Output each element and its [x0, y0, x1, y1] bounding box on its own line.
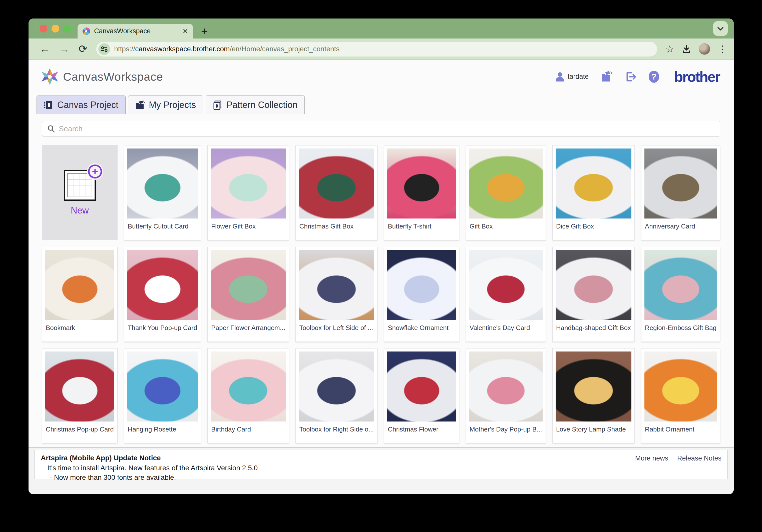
project-title: Rabbit Ornament	[642, 422, 720, 437]
brother-logo: brother	[674, 68, 720, 85]
profile-avatar[interactable]	[699, 43, 710, 55]
url-path: /en/Home/canvas_project_contents	[230, 45, 340, 53]
canvasworkspace-logo-icon	[41, 69, 58, 85]
grid-wrap: + New Butterfly Cutout CardFlower Gift B…	[29, 137, 734, 443]
reload-button[interactable]: ⟳	[74, 44, 92, 54]
project-card[interactable]: Dice Gift Box	[552, 145, 635, 240]
project-thumbnail	[469, 149, 543, 219]
project-title: Thank You Pop-up Card	[124, 320, 201, 336]
new-sheet: +	[64, 170, 96, 201]
notice-line2: · Now more than 300 fonts are available.	[41, 474, 258, 482]
project-card[interactable]: Christmas Gift Box	[295, 145, 377, 240]
canvas-project-icon	[44, 100, 53, 110]
tab-title: CanvasWorkspace	[94, 27, 178, 35]
project-card[interactable]: Mother's Day Pop-up B...	[466, 348, 546, 443]
project-thumbnail	[387, 250, 456, 320]
project-title: Snowflake Ornament	[384, 320, 459, 336]
project-card[interactable]: Handbag-shaped Gift Box	[552, 247, 635, 342]
project-card[interactable]: Christmas Pop-up Card	[42, 348, 117, 443]
url-scheme: https://	[114, 45, 135, 53]
notice-panel: Artspira (Mobile App) Update Notice It's…	[35, 450, 728, 479]
chevron-down-icon	[717, 24, 724, 31]
project-thumbnail	[211, 250, 286, 320]
project-thumbnail	[299, 250, 374, 320]
new-project-card[interactable]: + New	[42, 145, 117, 240]
tab-label: Canvas Project	[57, 100, 118, 110]
more-news-link[interactable]: More news	[635, 454, 668, 462]
project-card[interactable]: Bookmark	[42, 247, 117, 342]
project-card[interactable]: Hanging Rosette	[124, 348, 201, 443]
tab-pattern-collection[interactable]: Pattern Collection	[206, 96, 305, 114]
app-title: CanvasWorkspace	[63, 70, 163, 84]
search-input[interactable]	[59, 124, 715, 133]
project-card[interactable]: Anniversary Card	[641, 145, 720, 240]
user-account-button[interactable]: tardate	[555, 72, 589, 82]
help-icon[interactable]: ?	[649, 71, 659, 83]
url-text: https://canvasworkspace.brother.com/en/H…	[114, 45, 340, 53]
search-box[interactable]	[42, 121, 720, 137]
username: tardate	[568, 73, 589, 81]
browser-menu-icon[interactable]: ⋮	[718, 43, 727, 54]
my-projects-icon	[135, 100, 145, 110]
browser-tab[interactable]: CanvasWorkspace ✕	[78, 24, 193, 38]
project-thumbnail	[556, 149, 632, 219]
downloads-icon[interactable]	[682, 44, 691, 54]
project-card[interactable]: Valentine's Day Card	[466, 247, 546, 342]
project-thumbnail	[127, 352, 198, 422]
project-thumbnail	[645, 149, 717, 219]
project-thumbnail	[45, 250, 114, 320]
project-title: Love Story Lamp Shade	[553, 422, 635, 437]
project-title: Christmas Pop-up Card	[42, 422, 117, 437]
open-project-folder-icon[interactable]	[601, 71, 613, 83]
project-title: Christmas Flower	[384, 422, 459, 437]
project-thumbnail	[127, 149, 198, 219]
project-card[interactable]: Butterfly Cutout Card	[124, 145, 201, 240]
forward-button[interactable]: →	[54, 44, 74, 54]
minimize-window-button[interactable]	[51, 25, 59, 33]
notice-title: Artspira (Mobile App) Update Notice	[41, 454, 258, 462]
project-card[interactable]: Region-Emboss Gift Bag	[641, 247, 720, 342]
new-tab-button[interactable]: +	[201, 24, 208, 38]
project-thumbnail	[45, 352, 114, 422]
tab-label: Pattern Collection	[226, 100, 297, 110]
bookmark-star-icon[interactable]: ☆	[665, 43, 674, 55]
project-thumbnail	[469, 352, 543, 422]
project-title: Flower Gift Box	[208, 219, 289, 234]
project-card[interactable]: Birthday Card	[207, 348, 289, 443]
project-card[interactable]: Christmas Flower	[384, 348, 459, 443]
project-title: Dice Gift Box	[553, 219, 635, 234]
project-card[interactable]: Butterfly T-shirt	[384, 145, 459, 240]
toolbar-actions: ☆ ⋮	[662, 43, 727, 55]
project-card[interactable]: Love Story Lamp Shade	[552, 348, 635, 443]
project-card[interactable]: Thank You Pop-up Card	[124, 247, 201, 342]
site-settings-icon[interactable]	[98, 43, 110, 55]
project-title: Birthday Card	[208, 422, 289, 437]
project-thumbnail	[469, 250, 543, 320]
project-title: Mother's Day Pop-up B...	[466, 422, 546, 437]
close-window-button[interactable]	[39, 25, 47, 33]
tab-search-button[interactable]	[713, 21, 728, 36]
project-card[interactable]: Flower Gift Box	[207, 145, 289, 240]
maximize-window-button[interactable]	[63, 25, 71, 33]
project-thumbnail	[387, 352, 456, 422]
notice-text: Artspira (Mobile App) Update Notice It's…	[41, 454, 258, 482]
release-notes-link[interactable]: Release Notes	[677, 454, 722, 462]
project-card[interactable]: Paper Flower Arrangem...	[207, 247, 289, 342]
tab-my-projects[interactable]: My Projects	[128, 96, 203, 114]
page-content: CanvasWorkspace tardate	[29, 60, 734, 494]
tab-close-icon[interactable]: ✕	[183, 27, 188, 35]
project-card[interactable]: Gift Box	[466, 145, 546, 240]
project-card[interactable]: Toolbox for Left Side of ...	[295, 247, 377, 342]
project-card[interactable]: Toolbox for Right Side o...	[295, 348, 377, 443]
user-icon	[555, 72, 565, 82]
project-card[interactable]: Rabbit Ornament	[641, 348, 720, 443]
back-button[interactable]: ←	[35, 44, 54, 54]
project-title: Anniversary Card	[642, 219, 720, 234]
project-title: Hanging Rosette	[124, 422, 201, 437]
project-title: Butterfly T-shirt	[384, 219, 459, 234]
browser-window: CanvasWorkspace ✕ + ← → ⟳ https://canvas…	[29, 19, 734, 494]
project-card[interactable]: Snowflake Ornament	[384, 247, 459, 342]
address-bar[interactable]: https://canvasworkspace.brother.com/en/H…	[96, 42, 657, 56]
tab-canvas-project[interactable]: Canvas Project	[37, 96, 125, 114]
logout-icon[interactable]	[625, 71, 637, 82]
